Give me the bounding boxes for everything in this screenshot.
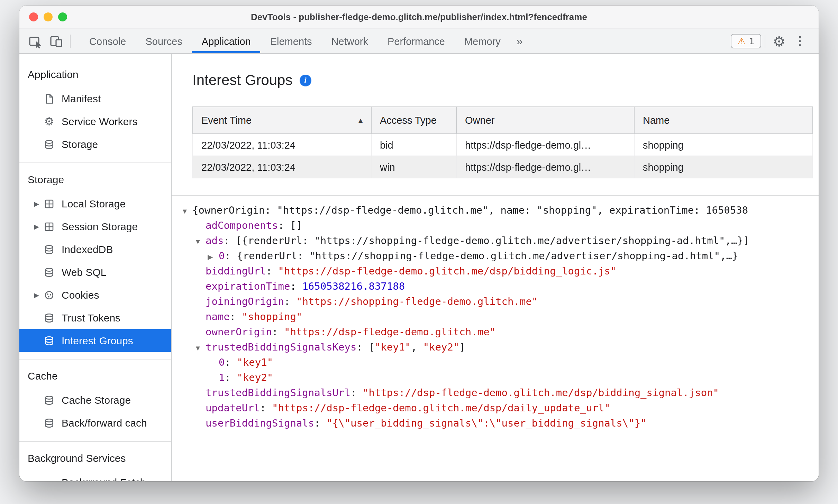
property-name: joiningOrigin (206, 296, 284, 307)
section-divider (19, 359, 171, 360)
section-header-application: Application (19, 61, 171, 87)
property-name: 0 (219, 250, 225, 261)
zoom-button[interactable] (58, 12, 67, 21)
property-name: trustedBiddingSignalsUrl (206, 387, 350, 398)
sidebar-item-local-storage[interactable]: ▶ Local Storage (19, 192, 171, 215)
table-header-row: Event Time▲ Access Type Owner Name (193, 107, 813, 134)
devtools-content: Application Manifest ⚙ Service Workers S… (19, 54, 819, 481)
tab-elements[interactable]: Elements (261, 29, 322, 53)
tree-line[interactable]: ▶0: {renderUrl: "https://shopping-fledge… (172, 248, 819, 263)
close-button[interactable] (29, 12, 38, 21)
cell-name: shopping (634, 134, 813, 156)
sidebar-item-session-storage[interactable]: ▶ Session Storage (19, 215, 171, 238)
tree-line[interactable]: trustedBiddingSignalsUrl: "https://dsp-f… (172, 385, 819, 400)
device-toolbar-icon[interactable] (46, 31, 66, 52)
tab-console[interactable]: Console (80, 29, 136, 53)
tab-network[interactable]: Network (322, 29, 378, 53)
traffic-lights (19, 12, 67, 21)
property-value: "key1" (237, 357, 273, 368)
sidebar-item-indexeddb[interactable]: IndexedDB (19, 238, 171, 261)
tree-line[interactable]: ▼ads: [{renderUrl: "https://shopping-fle… (172, 233, 819, 248)
property-name: 1 (219, 372, 225, 383)
toolbar-spacer (529, 29, 731, 53)
window-title: DevTools - publisher-fledge-demo.glitch.… (82, 12, 756, 22)
expander-icon[interactable]: ▼ (194, 234, 206, 248)
tree-line[interactable]: expirationTime: 1650538216.837188 (172, 279, 819, 294)
sidebar-item-web-sql[interactable]: Web SQL (19, 261, 171, 283)
property-name: expirationTime (206, 281, 290, 292)
property-name: biddingUrl (206, 265, 266, 277)
more-tabs-button[interactable]: » (510, 29, 529, 53)
tree-line[interactable]: ▼trustedBiddingSignalsKeys: ["key1", "ke… (172, 339, 819, 355)
panel-heading: Interest Groups i (192, 72, 819, 88)
tab-application[interactable]: Application (192, 29, 261, 53)
tree-line[interactable]: userBiddingSignals: "{\"user_bidding_sig… (172, 416, 819, 431)
property-name: adComponents (206, 220, 278, 231)
inspect-element-icon[interactable] (25, 31, 46, 52)
tree-line[interactable]: updateUrl: "https://dsp-fledge-demo.glit… (172, 400, 819, 416)
tab-performance[interactable]: Performance (378, 29, 455, 53)
sidebar-item-interest-groups[interactable]: Interest Groups (19, 329, 171, 352)
tree-line[interactable]: biddingUrl: "https://dsp-fledge-demo.gli… (172, 263, 819, 279)
tab-sources[interactable]: Sources (136, 29, 192, 53)
object-preview: {ownerOrigin: "https://dsp-fledge-demo.g… (192, 205, 748, 216)
section-header-background-services: Background Services (19, 445, 171, 471)
property-name: ownerOrigin (206, 326, 272, 337)
property-value: "shopping" (242, 311, 302, 322)
expander-icon[interactable]: ▶ (208, 250, 219, 263)
panel-tabs: Console Sources Application Elements Net… (80, 29, 529, 53)
sidebar-item-cookies[interactable]: ▶ Cookies (19, 283, 171, 306)
column-header-event-time[interactable]: Event Time▲ (193, 107, 371, 134)
sidebar-item-back-forward-cache[interactable]: Back/forward cach (19, 411, 171, 434)
interest-group-details-tree: ▼{ownerOrigin: "https://dsp-fledge-demo.… (172, 196, 819, 431)
devtools-toolbar: Console Sources Application Elements Net… (19, 29, 819, 54)
sidebar-item-cache-storage[interactable]: Cache Storage (19, 389, 171, 411)
settings-gear-icon[interactable]: ⚙ (769, 31, 790, 52)
table-grid-icon (43, 220, 55, 233)
tab-memory[interactable]: Memory (455, 29, 510, 53)
expander-icon[interactable]: ▶ (32, 291, 42, 298)
sort-ascending-icon: ▲ (357, 116, 364, 124)
tree-line[interactable]: joiningOrigin: "https://shopping-fledge-… (172, 294, 819, 309)
property-value: "https://dsp-fledge-demo.glitch.me/dsp/d… (272, 402, 610, 413)
tree-line[interactable]: 0: "key1" (172, 355, 819, 370)
expander-icon[interactable]: ▼ (194, 341, 206, 355)
cell-event-time: 22/03/2022, 11:03:24 (193, 156, 371, 178)
tree-line[interactable]: adComponents: [] (172, 218, 819, 233)
minimize-button[interactable] (44, 12, 53, 21)
property-value: "{\"user_bidding_signals\":\"user_biddin… (326, 418, 646, 429)
database-icon (43, 266, 55, 278)
cell-owner: https://dsp-fledge-demo.gl… (456, 156, 634, 178)
database-icon (43, 334, 55, 347)
expander-icon[interactable]: ▼ (181, 204, 192, 218)
info-icon[interactable]: i (299, 74, 311, 86)
tree-line[interactable]: ownerOrigin: "https://dsp-fledge-demo.gl… (172, 324, 819, 339)
column-header-owner[interactable]: Owner (456, 107, 634, 134)
more-menu-kebab-icon[interactable]: ⋮ (790, 31, 810, 52)
section-header-storage: Storage (19, 166, 171, 192)
up-down-arrows-icon (43, 476, 55, 481)
cookie-icon (43, 289, 55, 301)
column-header-access-type[interactable]: Access Type (371, 107, 456, 134)
sidebar-item-background-fetch[interactable]: Background Fetch (19, 471, 171, 481)
sidebar-item-storage[interactable]: Storage (19, 133, 171, 156)
array-item-preview: "key2" (423, 342, 459, 353)
toolbar-divider (70, 35, 71, 48)
property-name: trustedBiddingSignalsKeys (206, 342, 357, 353)
interest-groups-panel: Interest Groups i Event Time▲ Access Typ… (172, 54, 819, 481)
expander-icon[interactable]: ▶ (32, 223, 42, 230)
table-row[interactable]: 22/03/2022, 11:03:24 win https://dsp-fle… (193, 156, 813, 178)
tree-line[interactable]: 1: "key2" (172, 370, 819, 385)
sidebar-item-manifest[interactable]: Manifest (19, 87, 171, 110)
tree-line[interactable]: name: "shopping" (172, 309, 819, 324)
table-row[interactable]: 22/03/2022, 11:03:24 bid https://dsp-fle… (193, 134, 813, 156)
tree-line[interactable]: ▼{ownerOrigin: "https://dsp-fledge-demo.… (172, 203, 819, 218)
sidebar-item-trust-tokens[interactable]: Trust Tokens (19, 306, 171, 329)
issues-warning-badge[interactable]: ⚠ 1 (731, 34, 761, 48)
column-header-name[interactable]: Name (634, 107, 813, 134)
expander-icon[interactable]: ▶ (32, 200, 42, 207)
property-value: "https://shopping-fledge-demo.glitch.me" (296, 296, 538, 307)
cell-access-type: bid (371, 134, 456, 156)
warning-count: 1 (749, 36, 754, 46)
sidebar-item-service-workers[interactable]: ⚙ Service Workers (19, 110, 171, 133)
